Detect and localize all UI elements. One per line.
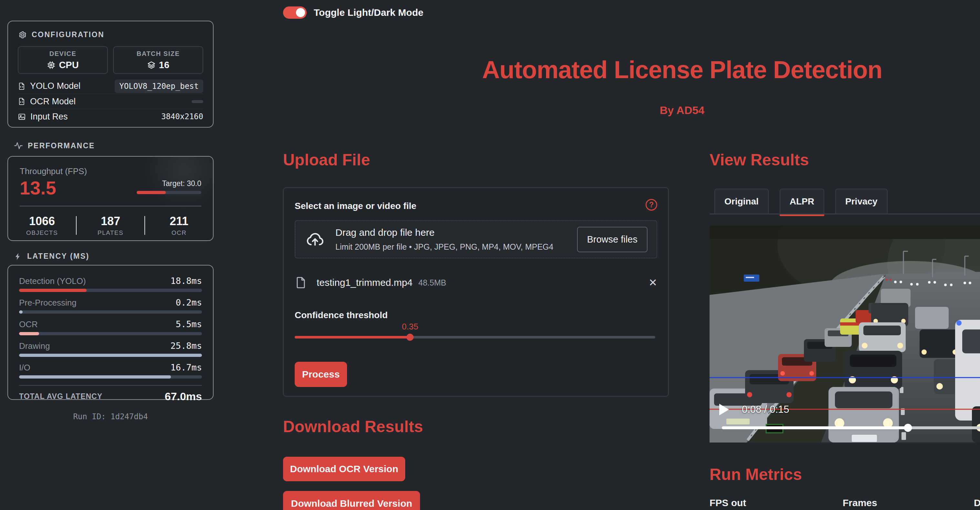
ocr-count: 211: [145, 214, 213, 228]
latency-value: 18.8ms: [170, 276, 202, 286]
confidence-threshold-label: Confidence threshold: [295, 310, 388, 320]
dropzone-instruction: Drag and drop file here: [336, 227, 554, 238]
theme-toggle-label: Toggle Light/Dark Mode: [314, 7, 423, 18]
file-name: testing1_trimmed.mp4: [317, 277, 413, 288]
model-file-icon: [18, 97, 25, 106]
download-blurred-button[interactable]: Download Blurred Version: [283, 491, 420, 510]
divider: [20, 206, 201, 207]
tab-original-label: Original: [724, 196, 759, 207]
input-res-label: Input Res: [30, 112, 68, 122]
model-file-icon: [18, 82, 25, 91]
performance-title: PERFORMANCE: [28, 141, 95, 150]
layers-icon: [147, 61, 156, 70]
tab-privacy[interactable]: Privacy: [835, 189, 888, 214]
stat-ocr: 211 OCR: [145, 214, 213, 237]
slider-thumb[interactable]: [406, 334, 414, 341]
tab-alpr-label: ALPR: [790, 196, 814, 207]
download-results-heading: Download Results: [283, 417, 423, 436]
latency-label: OCR: [19, 319, 38, 329]
device-value: CPU: [59, 60, 78, 70]
bolt-icon: [14, 252, 22, 261]
input-res-value: 3840x2160: [161, 112, 203, 121]
upload-card: Select an image or video file ? Drag and…: [283, 187, 669, 397]
batch-size-value: 16: [159, 60, 169, 70]
latency-bar: [19, 332, 202, 335]
batch-size-box: BATCH SIZE 16: [113, 46, 203, 74]
throughput-progressbar: [137, 191, 201, 194]
config-row-ocr-model: OCR Model: [18, 94, 203, 109]
latency-panel: Detection (YOLO) 18.8ms Pre-Processing 0…: [8, 265, 213, 400]
process-button[interactable]: Process: [295, 362, 347, 387]
throughput-progress-fill: [137, 191, 166, 194]
batch-size-label: BATCH SIZE: [137, 50, 180, 57]
latency-row-preprocessing: Pre-Processing 0.2ms: [19, 297, 202, 314]
latency-label: I/O: [19, 363, 30, 373]
latency-bar-fill: [19, 354, 202, 357]
gear-icon: [18, 31, 27, 39]
remove-file-button[interactable]: ✕: [649, 276, 657, 289]
results-tabs: Original ALPR Privacy: [710, 189, 888, 214]
play-icon[interactable]: [719, 404, 729, 415]
device-label: DEVICE: [49, 50, 76, 57]
divider: [19, 385, 202, 386]
latency-row-detection: Detection (YOLO) 18.8ms: [19, 276, 202, 292]
metric-label-frames: Frames: [843, 497, 877, 508]
file-select-label: Select an image or video file: [295, 201, 417, 211]
uploaded-file-row: testing1_trimmed.mp4 48.5MB ✕: [295, 273, 657, 292]
latency-label: Detection (YOLO): [19, 276, 86, 286]
throughput-label: Throughput (FPS): [20, 166, 201, 176]
latency-value: 25.8ms: [170, 341, 202, 351]
yolo-model-value: YOLOV8_120ep_best: [115, 79, 203, 93]
latency-label: Drawing: [19, 341, 50, 351]
ocr-model-empty-value: [192, 100, 203, 103]
latency-row-io: I/O 16.7ms: [19, 362, 202, 378]
browse-files-button[interactable]: Browse files: [577, 227, 648, 252]
help-icon[interactable]: ?: [646, 199, 657, 211]
latency-bar-fill: [19, 332, 39, 335]
latency-value: 0.2ms: [176, 297, 202, 308]
activity-icon: [14, 141, 23, 150]
metric-label-fps-out: FPS out: [710, 497, 746, 508]
slider-value: 0.35: [402, 322, 418, 332]
objects-label: OBJECTS: [8, 229, 76, 237]
latency-section-header: LATENCY (MS): [14, 252, 89, 261]
config-row-input-res: Input Res 3840x2160: [18, 109, 203, 124]
video-scrubber[interactable]: [722, 426, 980, 429]
video-player[interactable]: WRO2FKO WR02 FKO 0:08 / 0:15: [710, 226, 980, 443]
scrubber-fill: [722, 426, 908, 429]
yolo-model-label: YOLO Model: [30, 81, 80, 91]
confidence-slider[interactable]: 0.35: [295, 336, 655, 338]
configuration-header: CONFIGURATION: [18, 30, 203, 39]
cloud-upload-icon: [304, 230, 326, 249]
latency-value: 5.5ms: [176, 319, 202, 329]
scrubber-thumb[interactable]: [904, 424, 912, 432]
cpu-icon: [47, 61, 56, 70]
configuration-title: CONFIGURATION: [32, 30, 104, 39]
file-icon: [295, 275, 307, 290]
plates-count: 187: [76, 214, 145, 228]
target-label: Target: 30.0: [162, 179, 201, 188]
page-title: Automated License Plate Detection: [283, 56, 980, 84]
config-row-yolo-model: YOLO Model YOLOV8_120ep_best: [18, 78, 203, 94]
performance-section-header: PERFORMANCE: [14, 141, 95, 150]
latency-bar: [19, 289, 202, 292]
upload-file-heading: Upload File: [283, 151, 370, 169]
latency-bar-fill: [19, 289, 87, 292]
latency-bar: [19, 354, 202, 357]
file-dropzone[interactable]: Drag and drop file here Limit 200MB per …: [295, 220, 657, 258]
objects-count: 1066: [8, 214, 76, 228]
download-ocr-button[interactable]: Download OCR Version: [283, 457, 405, 481]
total-latency-row: TOTAL AVG LATENCY 67.0ms: [19, 390, 202, 403]
stat-plates: 187 PLATES: [76, 214, 145, 237]
tab-original[interactable]: Original: [714, 189, 769, 214]
theme-toggle-row: Toggle Light/Dark Mode: [283, 6, 423, 19]
latency-bar: [19, 375, 202, 378]
latency-label: Pre-Processing: [19, 298, 76, 308]
view-results-heading: View Results: [710, 151, 809, 169]
latency-value: 16.7ms: [170, 362, 202, 372]
metric-label-clipped: D: [974, 497, 980, 508]
video-time: 0:08 / 0:15: [742, 404, 789, 415]
tab-alpr[interactable]: ALPR: [780, 189, 824, 214]
theme-toggle-switch[interactable]: [283, 6, 307, 19]
run-metrics-heading: Run Metrics: [710, 465, 802, 484]
